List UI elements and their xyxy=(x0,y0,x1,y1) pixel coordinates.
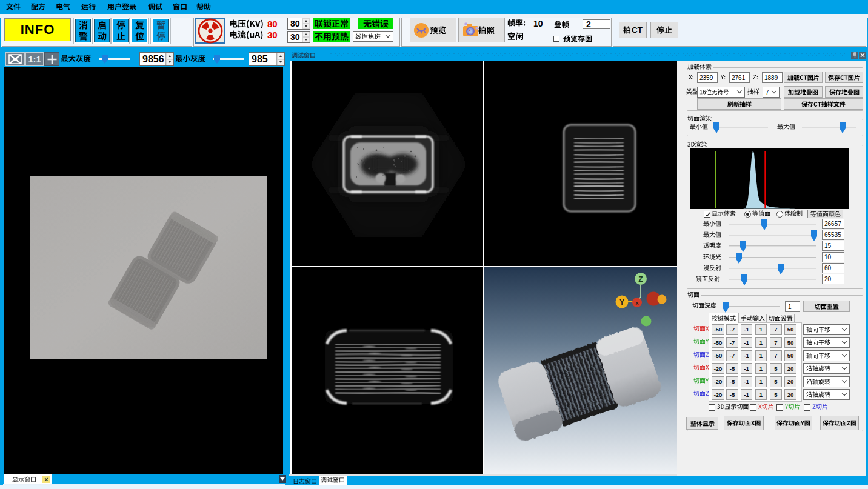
svg-text:Z: Z xyxy=(638,275,643,284)
svg-text:x: x xyxy=(635,300,638,306)
svg-text:Y: Y xyxy=(619,298,624,307)
